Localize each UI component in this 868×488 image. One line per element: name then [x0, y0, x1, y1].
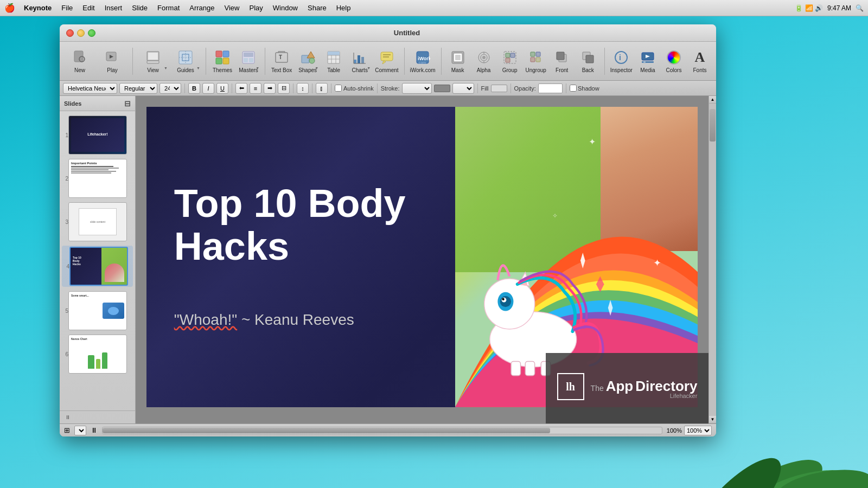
inspector-button[interactable]: i Inspector	[609, 45, 634, 78]
comment-label: Comment	[375, 67, 398, 73]
stroke-color-box[interactable]	[434, 85, 450, 92]
colors-button[interactable]: Colors	[662, 45, 686, 78]
iwork-button[interactable]: iWork .com iWork.com	[409, 45, 437, 78]
mask-button[interactable]: Mask	[446, 45, 470, 78]
svg-rect-35	[354, 60, 356, 63]
media-button[interactable]: Media	[636, 45, 660, 78]
format-sep-6	[377, 84, 378, 93]
group-button[interactable]: Group	[498, 45, 522, 78]
view-mode-select[interactable]	[74, 426, 86, 435]
guides-icon	[177, 49, 194, 66]
textbox-button[interactable]: T Text Box	[270, 45, 293, 78]
sep-6	[604, 48, 605, 75]
alpha-button[interactable]: Alpha	[472, 45, 496, 78]
scroll-up-button[interactable]: ▲	[709, 96, 716, 104]
sep-2	[206, 48, 206, 75]
slide-number-1: 1	[62, 132, 68, 138]
menubar-arrange[interactable]: Arrange	[185, 3, 219, 13]
stroke-style-select[interactable]	[402, 83, 432, 94]
front-button[interactable]: Front	[550, 45, 574, 78]
menubar-slide[interactable]: Slide	[127, 3, 152, 13]
menubar-play[interactable]: Play	[245, 3, 267, 13]
guides-button[interactable]: Guides ▼	[170, 45, 201, 78]
menubar-help[interactable]: Help	[332, 3, 355, 13]
scroll-down-button[interactable]: ▼	[709, 416, 716, 423]
colors-icon	[665, 49, 682, 66]
new-icon	[71, 49, 88, 66]
slide-item-3[interactable]: 3 slide content	[62, 202, 133, 241]
svg-rect-61	[531, 57, 535, 62]
font-size-select[interactable]: 24	[159, 83, 181, 94]
fill-color-box[interactable]	[491, 85, 507, 92]
menubar-search[interactable]: 🔍	[856, 4, 864, 12]
charts-button[interactable]: Charts ▼	[348, 45, 372, 78]
view-button[interactable]: View ▼	[137, 45, 169, 78]
slides-pause-button[interactable]: ⏸	[64, 414, 72, 421]
underline-button[interactable]: U	[216, 83, 228, 94]
fonts-button[interactable]: A Fonts	[688, 45, 712, 78]
svg-rect-49	[455, 55, 461, 60]
slide-item-6[interactable]: 6 Nanos Chart	[62, 335, 133, 374]
shadow-checkbox[interactable]	[570, 85, 577, 92]
vertical-scrollbar[interactable]: ▲ ▼	[709, 96, 716, 423]
align-center-button[interactable]: ≡	[250, 83, 261, 94]
slide-title[interactable]: Top 10 Body Hacks	[174, 182, 477, 268]
scroll-thumb[interactable]	[710, 109, 716, 142]
ungroup-button[interactable]: Ungroup	[524, 45, 548, 78]
new-button[interactable]: New	[64, 45, 95, 78]
menubar-file[interactable]: File	[57, 3, 77, 13]
menubar-format[interactable]: Format	[153, 3, 184, 13]
opacity-input[interactable]	[538, 84, 563, 93]
zoom-select[interactable]: 100% 75% 50% 125% 150%	[684, 426, 712, 435]
slide-item-5[interactable]: 5 Some smart...	[62, 291, 133, 330]
table-button[interactable]: Table	[322, 45, 346, 78]
shapes-button[interactable]: Shapes ▼	[296, 45, 320, 78]
pause-icon[interactable]: ⏸	[91, 426, 98, 434]
font-family-select[interactable]: Helvetica Neue	[63, 83, 117, 94]
slide-view-icon[interactable]: ⊞	[64, 426, 70, 434]
slides-minimize-button[interactable]: ⊟	[124, 99, 131, 108]
play-button[interactable]: Play	[97, 45, 128, 78]
svg-rect-62	[536, 57, 540, 62]
menubar-insert[interactable]: Insert	[100, 3, 127, 13]
line-spacing-button[interactable]: ↕	[297, 83, 309, 94]
align-left-button[interactable]: ⬅	[235, 83, 247, 94]
italic-button[interactable]: I	[202, 83, 214, 94]
align-justify-button[interactable]: ⊟	[278, 83, 290, 94]
masters-button[interactable]: Masters ▼	[237, 45, 260, 78]
slide-item-4[interactable]: 4 Top 10BodyHacks	[62, 246, 133, 287]
font-style-select[interactable]: Regular	[119, 83, 157, 94]
slide-item-2[interactable]: 2 Important Points	[62, 159, 133, 198]
maximize-button[interactable]	[88, 29, 95, 37]
menubar-window[interactable]: Window	[269, 3, 302, 13]
menubar-keynote[interactable]: Keynote	[20, 3, 56, 13]
comment-button[interactable]: Comment	[374, 45, 399, 78]
scroll-track[interactable]	[709, 104, 716, 416]
back-button[interactable]: Back	[576, 45, 600, 78]
menubar-edit[interactable]: Edit	[78, 3, 99, 13]
masters-arrow: ▼	[256, 66, 259, 70]
horizontal-scrollbar[interactable]	[102, 427, 662, 434]
zoom-control[interactable]: 100% 100% 75% 50% 125% 150%	[667, 426, 712, 435]
close-button[interactable]	[66, 29, 74, 37]
apple-menu[interactable]: 🍎	[4, 3, 15, 13]
horizontal-scrollbar-thumb	[103, 428, 550, 433]
minimize-button[interactable]	[77, 29, 85, 37]
themes-button[interactable]: Themes	[210, 45, 234, 78]
watermark-the: The	[591, 384, 604, 393]
sep-4	[404, 48, 405, 75]
stroke-weight-select[interactable]	[452, 83, 474, 94]
guides-label: Guides	[177, 67, 194, 73]
slide-subtitle[interactable]: "Whoah!" ~ Keanu Reeves	[174, 311, 477, 329]
menubar-view[interactable]: View	[220, 3, 244, 13]
inspector-icon: i	[612, 49, 630, 66]
columns-button[interactable]: ⫿	[316, 83, 328, 94]
slide-number-2: 2	[62, 176, 68, 182]
align-right-button[interactable]: ➡	[264, 83, 276, 94]
bold-button[interactable]: B	[188, 83, 200, 94]
auto-shrink-checkbox[interactable]	[335, 85, 342, 92]
canvas-area[interactable]: Top 10 Body Hacks "Whoah!" ~ Keanu Reeve…	[136, 96, 709, 423]
svg-point-86	[679, 446, 793, 488]
slide-item-1[interactable]: 1 Lifehacker!	[62, 115, 133, 155]
menubar-share[interactable]: Share	[303, 3, 331, 13]
